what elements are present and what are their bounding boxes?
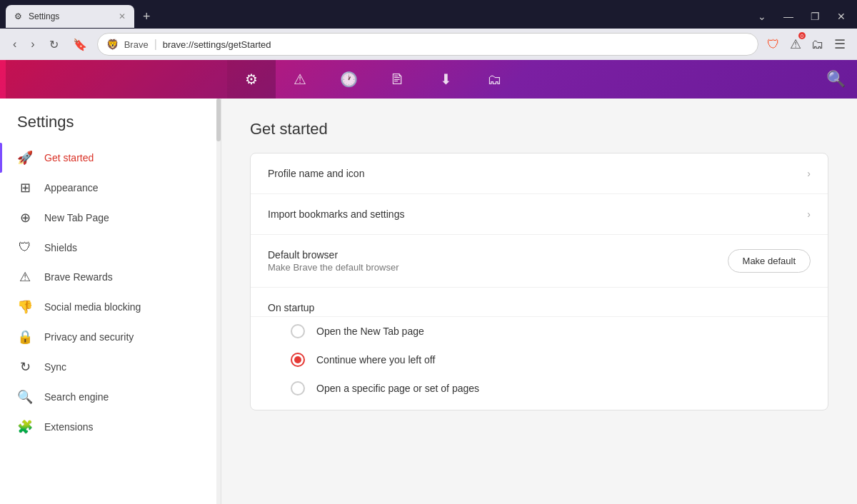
radio-continue[interactable] — [291, 353, 305, 367]
sidebar-item-label: Brave Rewards — [44, 271, 113, 283]
toolbar-items: ⚙ ⚠ 🕐 🖹 ⬇ 🗂 — [227, 60, 821, 99]
radio-specific-page[interactable] — [291, 381, 305, 395]
content-area: Get started Profile name and icon › Impo… — [221, 99, 857, 504]
sidebar-item-extensions[interactable]: 🧩 Extensions — [0, 412, 221, 442]
page-title: Get started — [250, 120, 828, 138]
import-row[interactable]: Import bookmarks and settings › — [251, 194, 828, 235]
settings-card: Profile name and icon › Import bookmarks… — [250, 153, 828, 410]
bookmark-button[interactable]: 🔖 — [69, 35, 91, 54]
sidebar-item-label: New Tab Page — [44, 212, 109, 223]
sidebar-item-shields[interactable]: 🛡 Shields — [0, 233, 221, 262]
tab-bar: ⚙ Settings ✕ + ⌄ — ❐ ✕ — [0, 0, 857, 29]
toolbar-spacer — [6, 60, 227, 99]
privacy-icon: 🔒 — [17, 329, 33, 345]
win-maximize-button[interactable]: ❐ — [805, 9, 826, 24]
sidebar-item-appearance[interactable]: ⊞ Appearance — [0, 173, 221, 203]
rewards-badge: 0 — [798, 32, 806, 39]
profile-arrow-icon: › — [807, 168, 811, 179]
on-startup-text: On startup — [268, 302, 811, 313]
search-engine-icon: 🔍 — [17, 389, 33, 405]
default-browser-label: Default browser — [268, 249, 728, 261]
toolbar-wallet-icon[interactable]: 🗂 — [470, 60, 518, 99]
win-minimize-button[interactable]: — — [778, 9, 799, 24]
sidebar-item-label: Shields — [44, 242, 77, 253]
radio-continue-label: Continue where you left off — [316, 354, 435, 366]
radio-continue-inner — [294, 356, 301, 363]
main-layout: Settings 🚀 Get started ⊞ Appearance ⊕ Ne… — [0, 99, 857, 504]
default-browser-text: Default browser Make Brave the default b… — [268, 249, 728, 273]
nav-bar: ‹ › ↻ 🔖 🦁 Brave | brave://settings/getSt… — [0, 29, 857, 60]
default-browser-row: Default browser Make Brave the default b… — [251, 235, 828, 288]
brave-lion-icon: 🦁 — [106, 39, 119, 50]
tab-close-button[interactable]: ✕ — [119, 11, 126, 21]
brave-rewards-icon[interactable]: ⚠ 0 — [787, 34, 804, 55]
toolbar-settings-icon[interactable]: ⚙ — [227, 60, 276, 99]
scrollbar-track[interactable] — [216, 99, 221, 504]
toolbar-warnings-icon[interactable]: ⚠ — [276, 60, 324, 99]
sync-icon: ↻ — [17, 359, 33, 375]
address-divider: | — [154, 38, 157, 51]
shields-icon: 🛡 — [17, 240, 33, 255]
wallet-icon[interactable]: 🗂 — [808, 34, 827, 55]
profile-label: Profile name and icon — [268, 168, 807, 179]
back-button[interactable]: ‹ — [9, 35, 21, 54]
make-default-button[interactable]: Make default — [728, 249, 811, 273]
appearance-icon: ⊞ — [17, 180, 33, 196]
social-media-icon: 👎 — [17, 299, 33, 315]
sidebar-item-new-tab-page[interactable]: ⊕ New Tab Page — [0, 203, 221, 233]
radio-specific-page-label: Open a specific page or set of pages — [316, 383, 479, 394]
nav-icons: 🛡 ⚠ 0 🗂 ☰ — [764, 34, 848, 55]
url-text: brave://settings/getStarted — [163, 39, 749, 50]
sidebar-item-privacy-security[interactable]: 🔒 Privacy and security — [0, 322, 221, 352]
import-row-text: Import bookmarks and settings — [268, 208, 807, 220]
brave-rewards-side-icon: ⚠ — [17, 269, 33, 285]
radio-new-tab-label: Open the New Tab page — [316, 326, 424, 337]
toolbar-downloads-icon[interactable]: ⬇ — [421, 60, 470, 99]
on-startup-header: On startup — [251, 288, 828, 317]
radio-new-tab-row[interactable]: Open the New Tab page — [251, 317, 828, 346]
default-browser-sub: Make Brave the default browser — [268, 262, 728, 273]
sidebar-item-get-started[interactable]: 🚀 Get started — [0, 143, 221, 173]
sidebar-item-label: Extensions — [44, 421, 93, 433]
sidebar-item-search-engine[interactable]: 🔍 Search engine — [0, 382, 221, 412]
sidebar-item-label: Privacy and security — [44, 331, 134, 343]
sidebar-item-social-media-blocking[interactable]: 👎 Social media blocking — [0, 292, 221, 322]
toolbar: ⚙ ⚠ 🕐 🖹 ⬇ 🗂 🔍 — [0, 60, 857, 99]
new-tab-icon: ⊕ — [17, 210, 33, 226]
sidebar-item-brave-rewards[interactable]: ⚠ Brave Rewards — [0, 262, 221, 292]
menu-icon[interactable]: ☰ — [831, 34, 848, 55]
site-name: Brave — [124, 39, 149, 50]
toolbar-bookmarks-icon[interactable]: 🖹 — [373, 60, 421, 99]
tab-title: Settings — [29, 11, 59, 21]
profile-row-text: Profile name and icon — [268, 168, 807, 179]
brave-shield-icon[interactable]: 🛡 — [764, 34, 783, 55]
tab-favicon: ⚙ — [14, 11, 24, 21]
sidebar-item-label: Get started — [44, 152, 94, 163]
window-controls: ⌄ — ❐ ✕ — [752, 9, 851, 24]
address-bar[interactable]: 🦁 Brave | brave://settings/getStarted — [97, 33, 758, 56]
import-label: Import bookmarks and settings — [268, 208, 807, 220]
radio-new-tab[interactable] — [291, 324, 305, 338]
toolbar-history-icon[interactable]: 🕐 — [324, 60, 373, 99]
new-tab-button[interactable]: + — [137, 8, 156, 26]
get-started-icon: 🚀 — [17, 150, 33, 166]
sidebar-item-label: Appearance — [44, 182, 99, 193]
toolbar-search-icon[interactable]: 🔍 — [821, 64, 851, 94]
radio-continue-row[interactable]: Continue where you left off — [251, 346, 828, 374]
radio-specific-page-row[interactable]: Open a specific page or set of pages — [251, 374, 828, 410]
settings-tab[interactable]: ⚙ Settings ✕ — [6, 5, 134, 28]
sidebar-item-label: Sync — [44, 361, 66, 373]
sidebar-item-sync[interactable]: ↻ Sync — [0, 352, 221, 382]
win-close-button[interactable]: ✕ — [831, 9, 851, 24]
sidebar-item-label: Search engine — [44, 391, 109, 403]
forward-button[interactable]: › — [26, 35, 39, 54]
sidebar: Settings 🚀 Get started ⊞ Appearance ⊕ Ne… — [0, 99, 221, 504]
refresh-button[interactable]: ↻ — [45, 35, 63, 54]
extensions-icon: 🧩 — [17, 419, 33, 435]
win-chevron-button[interactable]: ⌄ — [752, 9, 772, 24]
sidebar-item-label: Social media blocking — [44, 301, 141, 313]
profile-row[interactable]: Profile name and icon › — [251, 153, 828, 194]
sidebar-title: Settings — [0, 113, 221, 143]
scrollbar-thumb[interactable] — [216, 99, 221, 141]
import-arrow-icon: › — [807, 208, 811, 220]
